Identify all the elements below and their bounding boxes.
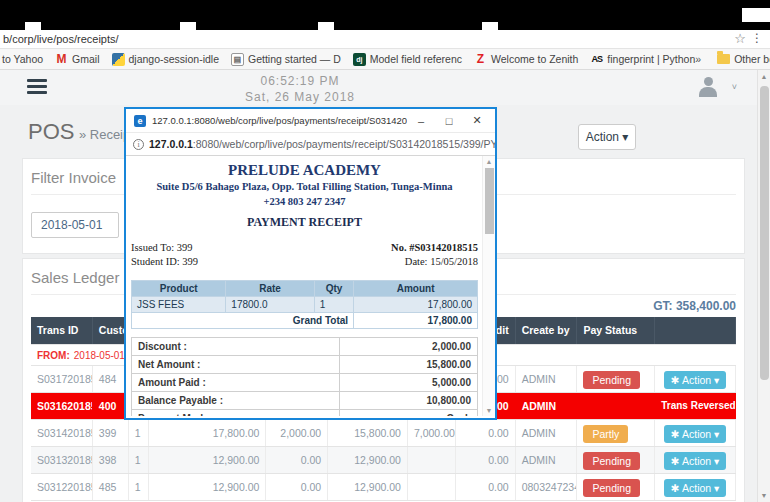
window-controls-notch [742, 8, 770, 22]
receipt-item-row: JSS FEES 17800.0 1 17,800.00 [132, 297, 477, 313]
row-action-button[interactable]: ✱ Action ▾ [664, 371, 727, 389]
bookmark-model-field[interactable]: dj Model field referenc [353, 53, 462, 66]
page-doc-icon: e [134, 115, 146, 127]
popup-scrollbar[interactable]: ▲ ▼ [482, 156, 495, 416]
col-action [655, 317, 736, 344]
document-title: PAYMENT RECEIPT [131, 215, 478, 230]
scroll-up-icon[interactable]: ▲ [483, 158, 495, 165]
close-button[interactable]: ✕ [463, 114, 491, 127]
url-text[interactable]: b/corp/live/pos/receipts/ [0, 33, 119, 45]
bookmark-label: Other bookmarks [734, 53, 770, 65]
status-badge: Partly [583, 425, 628, 443]
popup-title-bar[interactable]: e 127.0.0.1:8080/web/corp/live/pos/payme… [126, 109, 495, 133]
z-icon: Z [474, 53, 487, 66]
minimize-button[interactable]: – [407, 115, 435, 127]
django-icon: dj [353, 53, 366, 66]
table-row: S03142018515 399 1 17,800.00 2,000.00 15… [31, 420, 736, 447]
time-text: 06:52:19 PM [215, 74, 385, 88]
row-action-button[interactable]: ✱ Action ▾ [664, 452, 727, 470]
bookmark-yahoo[interactable]: to Yahoo [2, 53, 43, 65]
gmail-icon: M [55, 53, 68, 66]
bookmark-label: django-session-idle [129, 53, 219, 65]
table-row: S03122018514 485 1 12,900.00 0.00 12,900… [31, 474, 736, 501]
menu-dots-icon[interactable]: ⋮ [751, 31, 763, 45]
popup-address-bar[interactable]: i 127.0.0.1:8080/web/corp/live/pos/payme… [126, 133, 495, 156]
tab-nub [180, 22, 196, 30]
scrollbar-thumb[interactable] [485, 168, 494, 234]
chevron-down-icon[interactable]: ˅ [732, 82, 737, 92]
receipt-popup-window: e 127.0.0.1:8080/web/corp/live/pos/payme… [124, 107, 497, 420]
cell-customer: 399 [93, 420, 129, 446]
address-bar[interactable]: b/corp/live/pos/receipts/ ☆ ⋮ [0, 30, 770, 49]
receipt-grand-total-row: Grand Total 17,800.00 [132, 313, 477, 328]
receipt-meta: Issued To: 399 Student ID: 399 No. #S031… [131, 242, 478, 270]
col-trans-id: Trans ID [31, 317, 93, 344]
date-text: Sat, 26 May 2018 [215, 90, 385, 104]
app-header: 06:52:19 PM Sat, 26 May 2018 ˅ [0, 70, 757, 105]
bookmarks-overflow-chevrons[interactable]: » [695, 53, 701, 65]
bookmarks-bar: to Yahoo M Gmail django-session-idle ▤ G… [0, 49, 770, 70]
cell-trans-id: S03172018515 [31, 366, 93, 392]
bookmark-label: Gmail [72, 53, 99, 65]
browser-tab-strip [0, 0, 770, 30]
row-action-button[interactable]: ✱ Action ▾ [664, 425, 727, 443]
cell-trans-id: S03122018514 [31, 474, 93, 500]
maximize-button[interactable]: □ [435, 115, 463, 127]
bookmark-label: Model field referenc [370, 53, 462, 65]
tab-nub [318, 22, 334, 30]
receipt-totals-table: Discount : 2,000.00 Net Amount : 15,800.… [131, 337, 478, 416]
from-value: 2018-05-01 [74, 345, 125, 365]
bookmark-label: fingerprint | Python [607, 53, 695, 65]
scroll-down-icon[interactable]: ▼ [483, 407, 495, 414]
info-icon[interactable]: i [133, 139, 144, 150]
issued-to: Issued To: 399 [131, 242, 198, 253]
popup-title-text: 127.0.0.1:8080/web/corp/live/pos/payment… [152, 115, 407, 126]
school-phone: +234 803 247 2347 [131, 196, 478, 207]
totals-row: Payment Mode : Cash [132, 410, 477, 416]
bookmark-zenith[interactable]: Z Welcome to Zenith [474, 53, 578, 66]
cell-customer: 485 [93, 474, 129, 500]
page-title-main: POS [28, 119, 74, 144]
totals-row: Net Amount : 15,800.00 [132, 356, 477, 374]
receipt-header: PRELUDE ACADEMY Suite D5/6 Bahago Plaza,… [131, 162, 478, 230]
col-create-by: Create by [516, 317, 578, 344]
url-host: 127.0.0.1 [149, 138, 193, 150]
popup-url-text: 127.0.0.1:8080/web/corp/live/pos/payment… [149, 138, 495, 150]
scroll-up-icon[interactable]: ▲ [758, 73, 770, 80]
cell-trans-id: S03132018514 [31, 447, 93, 473]
bookmark-getting-started[interactable]: ▤ Getting started — D [231, 53, 341, 66]
page-scrollbar[interactable]: ▲ ▼ [757, 70, 770, 502]
school-name: PRELUDE ACADEMY [131, 162, 478, 179]
scrollbar-thumb[interactable] [760, 86, 769, 380]
cell-customer: 398 [93, 447, 129, 473]
bookmark-gmail[interactable]: M Gmail [55, 53, 99, 66]
from-label: FROM: [37, 345, 70, 365]
receipt-items-table: Product Rate Qty Amount JSS FEES 17800.0… [131, 280, 478, 329]
page-action-button[interactable]: Action ▾ [578, 124, 636, 150]
school-address: Suite D5/6 Bahago Plaza, Opp. Total Fill… [131, 181, 478, 192]
cell-trans-id: S03162018515 [31, 393, 93, 419]
bookmark-django-session-idle[interactable]: django-session-idle [112, 53, 219, 66]
bookmark-label: Getting started — D [248, 53, 341, 65]
folder-icon [717, 54, 730, 64]
user-avatar-icon[interactable] [697, 76, 719, 98]
row-action-button[interactable]: ✱ Action ▾ [664, 479, 727, 497]
url-path: :8080/web/corp/live/pos/payments/receipt… [193, 138, 495, 150]
receipt-table-header: Product Rate Qty Amount [132, 281, 477, 297]
bookmark-fingerprint[interactable]: AS fingerprint | Python [590, 53, 695, 66]
totals-row: Discount : 2,000.00 [132, 338, 477, 356]
scroll-down-icon[interactable]: ▼ [758, 492, 770, 499]
hamburger-menu-icon[interactable] [27, 79, 47, 95]
grid-icon: ▤ [231, 53, 244, 66]
date-filter-input[interactable] [31, 212, 119, 238]
receipt-number: No. #S03142018515 [391, 242, 478, 253]
bookmark-label: Welcome to Zenith [491, 53, 578, 65]
trans-reversed-label: Trans Reversed [655, 393, 736, 419]
other-bookmarks[interactable]: Other bookmarks [717, 53, 770, 65]
receipt-document: PRELUDE ACADEMY Suite D5/6 Bahago Plaza,… [126, 156, 495, 416]
tab-nub [25, 22, 41, 30]
python-icon [112, 53, 125, 66]
bookmark-star-icon[interactable]: ☆ [734, 31, 746, 46]
table-row: S03132018514 398 1 12,900.00 0.00 12,900… [31, 447, 736, 474]
tab-nub [482, 22, 498, 30]
